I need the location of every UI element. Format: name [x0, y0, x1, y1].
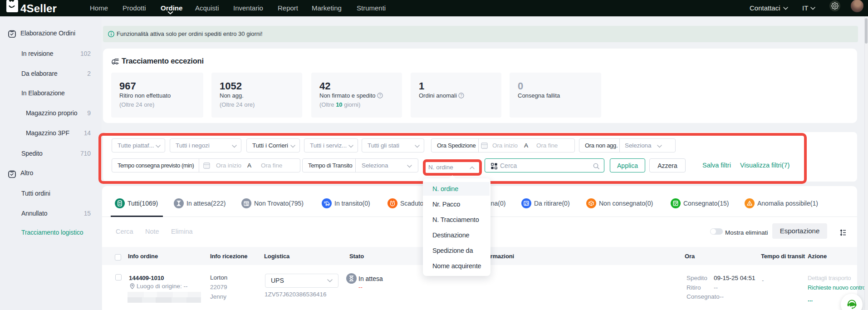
svg-text:?: ?	[461, 93, 463, 98]
svg-text:?: ?	[379, 93, 381, 98]
